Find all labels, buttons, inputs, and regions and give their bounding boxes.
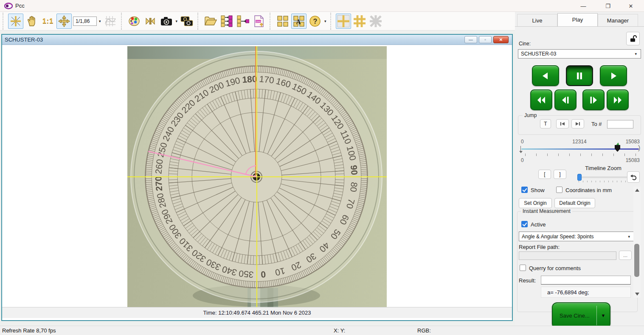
fast-forward-button[interactable] — [607, 89, 629, 110]
save-cine-button[interactable]: Save Cine... ▼ — [552, 302, 610, 329]
play-reverse-button[interactable] — [532, 65, 559, 86]
result-list[interactable]: a= -76,6894 deg; — [541, 287, 631, 298]
save-cine-button-toolbar[interactable] — [235, 14, 250, 29]
measurement-mode-value: Angle & Angular Speed: 3points — [522, 234, 593, 240]
play-button[interactable] — [600, 65, 627, 86]
step-forward-button[interactable] — [582, 89, 605, 110]
protractor-photo[interactable]: 0102030405060708090100110120130140150160… — [127, 46, 387, 307]
jump-to-start-button[interactable] — [556, 119, 569, 128]
capture-camera-button[interactable] — [159, 14, 174, 29]
export-dng-button[interactable]: DNG — [251, 14, 267, 29]
image-range-button[interactable] — [143, 14, 158, 29]
cine-select[interactable]: SCHUSTER-03 ▾ — [518, 49, 641, 59]
browse-report-path-button[interactable]: ... — [619, 251, 632, 260]
app-minimize-button[interactable]: — — [574, 0, 593, 12]
zoom-combo-arrow-icon[interactable]: ▾ — [99, 19, 101, 23]
rewind-button[interactable] — [530, 89, 552, 110]
timeline-zoom-thumb[interactable] — [577, 174, 582, 181]
query-comments-checkbox[interactable] — [520, 265, 526, 271]
color-settings-button[interactable] — [127, 14, 142, 29]
measurement-mode-select[interactable]: Angle & Angular Speed: 3points ▾ — [519, 232, 634, 241]
scrollbar-thumb[interactable] — [634, 244, 639, 277]
save-one-icon — [236, 15, 249, 28]
cine-window-title: SCHUSTER-03 — [5, 36, 43, 43]
pause-button[interactable] — [566, 65, 593, 86]
pan-tool-button[interactable] — [24, 14, 39, 29]
scroll-down-icon[interactable] — [635, 293, 639, 296]
timeline-right-cap: ) — [638, 144, 640, 152]
open-folder-icon — [204, 16, 217, 27]
step-back-button[interactable] — [554, 89, 577, 110]
active-checkbox[interactable] — [521, 221, 528, 227]
tab-manager[interactable]: Manager — [598, 14, 638, 26]
mirror-arrows-icon — [144, 15, 156, 27]
tab-live[interactable]: Live — [517, 14, 557, 26]
scroll-up-icon[interactable] — [635, 189, 639, 192]
help-icon: ? — [309, 15, 321, 27]
default-origin-button[interactable]: Default Origin — [554, 198, 595, 208]
dual-camera-icon — [180, 15, 194, 28]
cine-window: SCHUSTER-03 — ▫ ✕ 0102030405060708090100… — [1, 34, 513, 321]
timeline-bottom-end-label: 15083 — [626, 157, 640, 163]
crosshair-overlay-button[interactable] — [336, 14, 351, 29]
panel-scrollbar[interactable] — [633, 187, 641, 298]
open-file-button[interactable] — [203, 14, 218, 29]
tab-play[interactable]: Play — [557, 13, 598, 26]
jump-to-end-button[interactable] — [571, 119, 584, 128]
svg-text:DNG: DNG — [256, 20, 261, 22]
instant-measurement-title: Instant Measurement — [521, 208, 572, 214]
reticle-overlay-icon — [369, 14, 382, 28]
set-origin-button[interactable]: Set Origin — [519, 198, 552, 208]
grid-overlay-button[interactable] — [352, 14, 367, 29]
coordinates-mm-checkbox[interactable] — [556, 187, 562, 193]
multi-camera-button[interactable] — [179, 14, 194, 29]
active-window-layout-button[interactable]: A — [291, 14, 307, 29]
tile-windows-icon — [276, 15, 289, 28]
jump-to-trigger-button[interactable]: T — [540, 119, 551, 128]
save-all-cines-button[interactable] — [219, 14, 234, 29]
svg-text:260: 260 — [153, 159, 165, 174]
crosshair-overlay-icon — [337, 14, 350, 28]
help-combo-arrow-icon[interactable]: ▾ — [324, 19, 326, 23]
zoom-level-combo[interactable]: 1/1,86 — [73, 17, 97, 26]
report-file-path-label: Report File path: — [519, 244, 560, 250]
timeline-slider-thumb[interactable] — [615, 145, 620, 152]
show-label: Show — [531, 187, 545, 193]
cine-restore-button[interactable]: ▫ — [479, 36, 492, 43]
cine-minimize-button[interactable]: — — [464, 36, 477, 43]
pause-icon — [574, 71, 585, 81]
coordinates-mm-label: Coordinates in mm — [565, 187, 612, 193]
svg-text:A: A — [296, 18, 301, 25]
actual-size-button[interactable]: 1:1 — [40, 14, 56, 29]
show-checkbox[interactable] — [521, 187, 528, 193]
camera-combo-arrow-icon[interactable]: ▾ — [176, 19, 178, 23]
timeline-zoom-track[interactable] — [577, 176, 627, 178]
toolbar-group-file: DNG — [197, 13, 270, 30]
timeline-slider-track[interactable] — [521, 148, 639, 150]
help-button[interactable]: ? — [307, 14, 323, 29]
move-tool-button[interactable] — [56, 14, 72, 29]
refresh-rate-text: Refresh Rate 8,70 fps — [2, 327, 56, 334]
move-arrows-icon — [58, 15, 70, 27]
svg-text:350: 350 — [238, 268, 254, 280]
app-close-button[interactable]: ✕ — [621, 0, 641, 12]
timeline-zoom-label: Timeline Zoom — [577, 165, 629, 171]
range-start-bracket-button[interactable]: [ — [538, 170, 551, 179]
toolbar-group-image: ▾ — [121, 13, 198, 30]
jump-frame-input[interactable] — [607, 120, 633, 128]
crosshair-tool-button[interactable] — [8, 14, 23, 29]
app-restore-button[interactable]: ❐ — [598, 0, 618, 12]
svg-text:80: 80 — [349, 181, 359, 193]
signal-graph-button — [103, 14, 118, 29]
tile-windows-button[interactable] — [275, 14, 290, 29]
range-end-bracket-button[interactable]: ] — [554, 170, 566, 179]
query-comments-label: Querry for comments — [529, 265, 581, 271]
lock-toggle-button[interactable] — [626, 32, 640, 45]
reset-zoom-button[interactable] — [627, 171, 640, 183]
save-cine-dropdown-icon[interactable]: ▼ — [597, 313, 610, 318]
cine-window-titlebar[interactable]: SCHUSTER-03 — ▫ ✕ — [2, 35, 512, 45]
result-input[interactable] — [541, 276, 631, 285]
unlock-icon — [629, 35, 637, 42]
report-file-path-input[interactable] — [519, 251, 616, 260]
cine-close-button[interactable]: ✕ — [493, 36, 509, 43]
